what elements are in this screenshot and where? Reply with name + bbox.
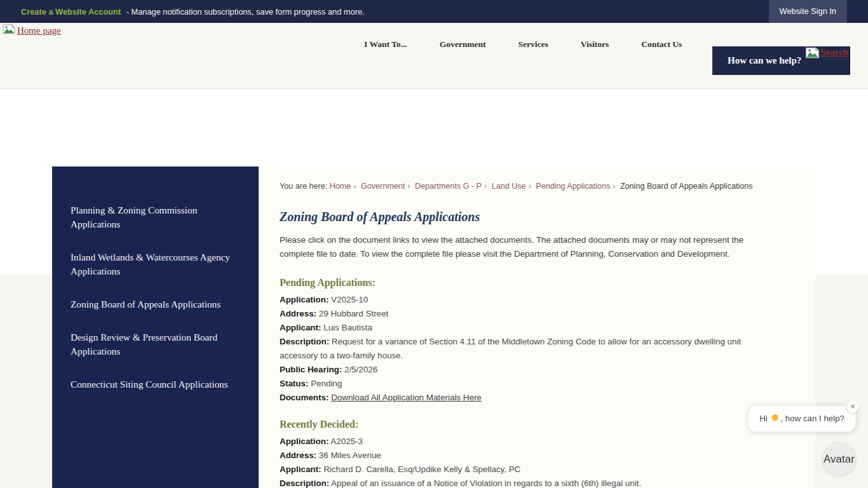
pending-applications-heading: Pending Applications: [280, 277, 779, 288]
breadcrumb-separator: › [353, 182, 356, 191]
breadcrumb-link-government[interactable]: Government [361, 182, 405, 191]
main-content: You are here: Home› Government› Departme… [259, 166, 815, 488]
top-utility-bar: Create a Website Account - Manage notifi… [0, 0, 868, 23]
site-search-box: Search [712, 46, 850, 75]
intro-paragraph: Please click on the document links to vi… [280, 233, 779, 261]
breadcrumb: You are here: Home› Government› Departme… [280, 182, 779, 191]
breadcrumb-link-pending-applications[interactable]: Pending Applications [536, 182, 610, 191]
chat-close-icon[interactable]: × [846, 400, 859, 413]
content-layout: Planning & Zoning Commission Application… [52, 166, 815, 488]
breadcrumb-separator: › [407, 182, 410, 191]
breadcrumb-link-land-use[interactable]: Land Use [492, 182, 526, 191]
breadcrumb-current: Zoning Board of Appeals Applications [620, 182, 753, 191]
left-sidebar-menu: Planning & Zoning Commission Application… [52, 166, 259, 488]
field-public-hearing: Public Hearing: 2/5/2026 [280, 363, 779, 377]
field-application: Application: V2025-10 [280, 293, 779, 307]
field-address: Address: 29 Hubbard Street [280, 307, 779, 321]
chat-avatar-button[interactable]: Avatar [822, 442, 856, 476]
wave-emoji-icon [770, 413, 780, 424]
breadcrumb-link-home[interactable]: Home [330, 182, 351, 191]
website-sign-in-button[interactable]: Website Sign In [769, 0, 847, 23]
recently-decided-heading: Recently Decided: [280, 419, 779, 430]
sidebar-item-planning-zoning[interactable]: Planning & Zoning Commission Application… [71, 203, 233, 231]
breadcrumb-separator: › [529, 182, 531, 191]
field-documents: Documents: Download All Application Mate… [280, 391, 779, 405]
chat-greeting-bubble[interactable]: Hi , how can I help? × [748, 405, 856, 432]
nav-visitors[interactable]: Visitors [581, 39, 609, 50]
account-promo-text: - Manage notification subscriptions, sav… [126, 7, 365, 17]
chat-greeting-suffix: , how can I help? [780, 414, 844, 423]
breadcrumb-prefix: You are here: [280, 182, 327, 191]
nav-government[interactable]: Government [440, 39, 486, 50]
field-applicant: Applicant: Luis Bautista [280, 321, 779, 335]
chat-greeting-prefix: Hi [759, 414, 768, 423]
broken-image-icon [3, 24, 15, 37]
create-website-account-link[interactable]: Create a Website Account [21, 7, 121, 17]
download-all-materials-link[interactable]: Download All Application Materials Here [331, 393, 482, 402]
home-page-link-label: Home page [17, 25, 61, 36]
search-input[interactable] [728, 46, 810, 75]
nav-i-want-to[interactable]: I Want To... [364, 39, 407, 50]
field-application: Application: A2025-3 [280, 435, 779, 449]
breadcrumb-separator: › [484, 182, 487, 191]
nav-services[interactable]: Services [518, 39, 548, 50]
field-description: Description: Request for a variance of S… [280, 335, 779, 363]
broken-image-icon [805, 47, 820, 61]
nav-contact-us[interactable]: Contact Us [641, 39, 682, 50]
site-header: Home page I Want To... Government Servic… [0, 23, 868, 89]
sidebar-item-inland-wetlands[interactable]: Inland Wetlands & Watercourses Agency Ap… [71, 250, 233, 278]
field-address: Address: 36 Miles Avenue [280, 449, 779, 463]
account-promo: Create a Website Account - Manage notifi… [0, 7, 365, 17]
sidebar-item-design-review[interactable]: Design Review & Preservation Board Appli… [71, 330, 233, 358]
field-status: Status: Pending [280, 377, 779, 391]
field-applicant: Applicant: Richard D. Carella, Esq/Updik… [280, 463, 779, 477]
breadcrumb-link-departments-g-p[interactable]: Departments G - P [415, 182, 482, 191]
page-title: Zoning Board of Appeals Applications [280, 210, 779, 224]
main-navigation: I Want To... Government Services Visitor… [364, 39, 682, 50]
sidebar-item-ct-siting-council[interactable]: Connecticut Siting Council Applications [71, 377, 233, 391]
field-description: Description: Appeal of an issuance of a … [280, 477, 779, 488]
breadcrumb-separator: › [613, 182, 615, 191]
home-page-link[interactable]: Home page [3, 24, 61, 37]
search-button-label: Search [820, 47, 848, 58]
search-button[interactable]: Search [805, 47, 848, 61]
sidebar-item-zoning-board-appeals[interactable]: Zoning Board of Appeals Applications [71, 297, 233, 311]
